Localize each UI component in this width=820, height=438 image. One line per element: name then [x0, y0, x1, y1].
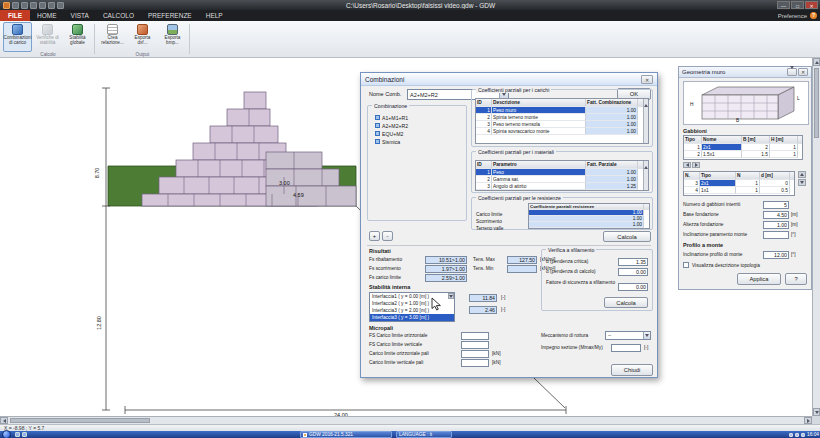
tray-icon[interactable]	[801, 433, 805, 437]
taskbar-app-button[interactable]: GDW 2016-21.5.321	[300, 431, 392, 438]
mouse-cursor	[431, 297, 443, 311]
cell-desc: Peso	[492, 169, 586, 176]
combinazione-group-label: Combinazione	[372, 103, 409, 109]
tab-file[interactable]: FILE	[0, 10, 30, 21]
alpha-critica-field[interactable]: 1.35	[618, 258, 648, 266]
tree-item-combination[interactable]: Sismica	[375, 138, 400, 145]
list-item-selected[interactable]: Interfaccia3 ( y = 3.00 [m] )	[370, 314, 454, 321]
dialog-close-icon[interactable]: ✕	[641, 75, 653, 84]
arrow-down-icon	[800, 181, 804, 184]
panel-pin-icon[interactable]	[787, 68, 797, 76]
checkbox-icon[interactable]	[375, 139, 380, 144]
calcola-button[interactable]: Calcola	[603, 231, 651, 242]
add-combination-button[interactable]: +	[369, 231, 380, 241]
tab-preferenze[interactable]: PREFERENZE	[141, 10, 199, 21]
close-button[interactable]: ✕	[805, 1, 818, 9]
scroll-left-button[interactable]	[0, 417, 8, 424]
base-fondazione-field[interactable]: 4.50	[763, 211, 789, 219]
tree-item-combination[interactable]: A1+M1+R1	[375, 114, 408, 121]
listbox-dropdown-button[interactable]	[448, 293, 454, 299]
num-gabbioni-field[interactable]: 5	[763, 201, 789, 209]
table-scrollbar[interactable]	[643, 99, 648, 143]
table-row[interactable]: 4 1x1 1 0.5	[684, 187, 794, 194]
tab-vista[interactable]: VISTA	[64, 10, 96, 21]
horizontal-scrollbar[interactable]	[0, 416, 812, 424]
table-row[interactable]: 2 Spinta terreno monte 1.00	[476, 114, 648, 121]
minimize-button[interactable]: —	[777, 1, 790, 9]
header-cell: N.	[684, 172, 700, 180]
start-button[interactable]	[2, 430, 11, 438]
ribbon-esporta-bmp-button[interactable]: Esporta bmp...	[158, 22, 187, 52]
types-prev-button[interactable]	[683, 162, 691, 168]
dialog-titlebar[interactable]: Combinazioni ✕	[361, 73, 657, 86]
table-row[interactable]: 4 Spinta sovraccarico monte 1.00	[476, 128, 648, 135]
layer-up-button[interactable]	[798, 171, 806, 178]
taskbar-clock[interactable]: 16:04	[807, 432, 819, 437]
cell: 1	[736, 187, 760, 194]
taskbar-language-button[interactable]: LANGUAGE : it	[396, 431, 452, 438]
help-icon[interactable]: ?	[810, 12, 817, 19]
vertical-scrollbar[interactable]	[812, 58, 820, 416]
resistances-table[interactable]: Coefficiente parziali resistenze 1.00 1.…	[528, 203, 650, 229]
table-row[interactable]: 1 2x1 2 1	[684, 144, 802, 151]
types-next-button[interactable]	[692, 162, 700, 168]
ribbon-verifiche-button[interactable]: Verifiche di stabilità	[33, 22, 62, 52]
table-row[interactable]: 3 Peso terreno mensola 1.00	[476, 121, 648, 128]
alpha-calcolo-field[interactable]: 0.00	[618, 268, 648, 276]
table-row[interactable]: 1.00	[529, 222, 649, 228]
tab-home[interactable]: HOME	[30, 10, 64, 21]
table-row[interactable]: 2 Gamma sat. 1.00	[476, 176, 648, 183]
tab-calcolo[interactable]: CALCOLO	[96, 10, 141, 21]
table-row[interactable]: 2 1.5x1 1.5 1	[684, 151, 802, 158]
materials-table[interactable]: ID Parametro Fatt. Parziale 1 Peso 1.00 …	[475, 160, 649, 191]
table-row[interactable]: 3 Angolo di attrito 1.25	[476, 183, 648, 190]
sfilamento-calcola-button[interactable]: Calcola	[604, 297, 648, 308]
tray-icon[interactable]	[789, 433, 793, 437]
quicklaunch-icon[interactable]	[15, 432, 20, 437]
ribbon-combinazioni-button[interactable]: Combinazioni di carico	[3, 22, 32, 52]
scrollbar-thumb[interactable]	[814, 68, 819, 138]
altezza-fondazione-field[interactable]: 1.00	[763, 221, 789, 229]
table-row[interactable]: 1 Peso muro 1.00	[476, 107, 648, 114]
tab-help[interactable]: HELP	[199, 10, 230, 21]
scrollbar-thumb[interactable]	[10, 418, 150, 423]
ribbon-esporta-dxf-button[interactable]: Esporta dxf...	[128, 22, 157, 52]
checkbox-icon[interactable]	[375, 115, 380, 120]
remove-combination-button[interactable]: -	[382, 231, 393, 241]
scroll-right-button[interactable]	[804, 417, 812, 424]
new-file-icon[interactable]	[12, 2, 19, 9]
preference-menu[interactable]: Preference	[778, 13, 807, 19]
gabion-layers-table[interactable]: N. Tipo N d [m] 3 2x1 1 0 4 1x1 1 0.5	[683, 171, 795, 196]
table-row[interactable]: 3 2x1 1 0	[684, 180, 794, 187]
meccanismo-select[interactable]: --	[605, 331, 651, 340]
layer-down-button[interactable]	[798, 179, 806, 186]
tree-item-combination[interactable]: A2+M2+R2	[375, 122, 408, 129]
panel-close-icon[interactable]: ✕	[798, 68, 808, 76]
checkbox-icon[interactable]	[375, 131, 380, 136]
table-row[interactable]: 1 Peso 1.00	[476, 169, 648, 176]
undo-icon[interactable]	[39, 2, 46, 9]
maximize-button[interactable]: □	[791, 1, 804, 9]
inclinazione-paramento-field[interactable]	[763, 231, 789, 239]
tray-icon[interactable]	[795, 433, 799, 437]
print-icon[interactable]	[57, 2, 64, 9]
panel-titlebar[interactable]: Geometria muro ✕	[679, 67, 811, 78]
applica-button[interactable]: Applica	[737, 273, 781, 285]
gabion-types-table[interactable]: Tipo Nome B [m] H [m] 1 2x1 2 1 2 1.5x1 …	[683, 135, 803, 160]
chiudi-button[interactable]: Chiudi	[611, 364, 653, 376]
inclinazione-profilo-field[interactable]: 12.00	[763, 251, 789, 259]
ribbon-stabilita-globale-button[interactable]: Stabilità globale	[63, 22, 92, 52]
ribbon-crea-relazione-button[interactable]: Crea relazione...	[98, 22, 127, 52]
quicklaunch-icon[interactable]	[22, 432, 27, 437]
scroll-up-button[interactable]	[813, 58, 820, 66]
table-scrollbar[interactable]	[643, 161, 648, 190]
save-icon[interactable]	[30, 2, 37, 9]
loads-table[interactable]: ID Descrizione Fatt. Combinazione 1 Peso…	[475, 98, 649, 144]
scroll-down-button[interactable]	[813, 408, 820, 416]
redo-icon[interactable]	[48, 2, 55, 9]
panel-help-button[interactable]: ?	[785, 273, 807, 285]
open-file-icon[interactable]	[21, 2, 28, 9]
checkbox-icon[interactable]	[375, 123, 380, 128]
topologia-checkbox[interactable]	[683, 262, 689, 268]
tree-item-combination[interactable]: EQU+M2	[375, 130, 403, 137]
